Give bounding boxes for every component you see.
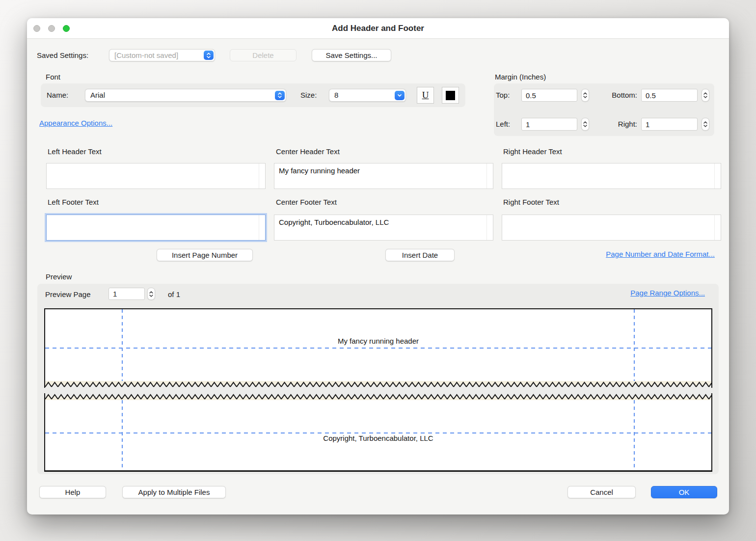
preview-page-field[interactable] bbox=[108, 288, 145, 300]
preview-page-stepper[interactable] bbox=[147, 288, 155, 300]
preview-paper: Copyright, Turboencabulator, LLC bbox=[45, 400, 711, 470]
font-section-label: Font bbox=[46, 73, 60, 81]
scrollbar-track bbox=[714, 163, 721, 189]
font-name-select[interactable]: Arial bbox=[85, 89, 286, 102]
help-button[interactable]: Help bbox=[39, 486, 106, 498]
saved-settings-select[interactable]: [Custom-not saved] bbox=[109, 49, 215, 61]
preview-section-label: Preview bbox=[46, 272, 72, 281]
page-range-options-link[interactable]: Page Range Options... bbox=[630, 289, 705, 297]
center-header-textarea[interactable]: My fancy running header bbox=[274, 163, 493, 189]
preview-header-text: My fancy running header bbox=[45, 337, 711, 345]
torn-edge-icon bbox=[45, 381, 711, 388]
left-footer-textarea[interactable] bbox=[46, 215, 266, 241]
scrollbar-track bbox=[486, 215, 493, 240]
chevron-down-icon bbox=[395, 91, 405, 100]
saved-settings-label: Saved Settings: bbox=[37, 51, 88, 59]
save-settings-button[interactable]: Save Settings... bbox=[312, 49, 391, 61]
margin-top-field[interactable] bbox=[521, 89, 577, 102]
scrollbar-track bbox=[486, 163, 493, 189]
cancel-button[interactable]: Cancel bbox=[567, 486, 636, 498]
right-footer-textarea[interactable] bbox=[502, 215, 721, 241]
apply-multiple-files-button[interactable]: Apply to Multiple Files bbox=[122, 486, 226, 498]
margin-bottom-stepper[interactable] bbox=[702, 89, 709, 102]
center-footer-label: Center Footer Text bbox=[276, 198, 337, 206]
preview-page-label: Preview Page bbox=[45, 290, 91, 298]
preview-paper: My fancy running header bbox=[45, 309, 711, 381]
right-header-textarea[interactable] bbox=[502, 163, 721, 189]
font-name-label: Name: bbox=[47, 91, 68, 99]
right-header-label: Right Header Text bbox=[503, 147, 562, 156]
preview-footer-text: Copyright, Turboencabulator, LLC bbox=[45, 434, 711, 442]
saved-settings-value: [Custom-not saved] bbox=[114, 50, 202, 61]
titlebar: Add Header and Footer bbox=[27, 18, 729, 39]
right-footer-label: Right Footer Text bbox=[503, 198, 559, 206]
center-footer-textarea[interactable]: Copyright, Turboencabulator, LLC bbox=[274, 215, 493, 241]
page-title: Add Header and Footer bbox=[27, 18, 729, 39]
margin-bottom-label: Bottom: bbox=[602, 91, 637, 99]
chevron-updown-icon bbox=[204, 51, 214, 60]
color-swatch-black bbox=[446, 91, 455, 100]
font-name-value: Arial bbox=[90, 89, 273, 101]
font-size-label: Size: bbox=[300, 91, 317, 99]
preview-page-count: of 1 bbox=[168, 290, 180, 298]
left-footer-label: Left Footer Text bbox=[48, 198, 99, 206]
margin-right-label: Right: bbox=[602, 120, 637, 128]
margin-panel: Top: Bottom: Left: Right: bbox=[494, 83, 714, 136]
font-color-button[interactable] bbox=[442, 87, 459, 104]
ok-button[interactable]: OK bbox=[651, 486, 717, 498]
bottom-margin-guide bbox=[45, 433, 711, 433]
font-size-value: 8 bbox=[334, 89, 393, 101]
appearance-options-link[interactable]: Appearance Options... bbox=[39, 119, 112, 127]
margin-bottom-field[interactable] bbox=[641, 89, 698, 102]
margin-left-field[interactable] bbox=[521, 118, 577, 131]
preview-page-bottom: Copyright, Turboencabulator, LLC bbox=[44, 393, 712, 472]
margin-left-label: Left: bbox=[496, 120, 510, 128]
margin-right-field[interactable] bbox=[641, 118, 698, 131]
margin-left-stepper[interactable] bbox=[581, 118, 589, 131]
margin-section-label: Margin (Inches) bbox=[495, 73, 546, 81]
right-margin-guide bbox=[634, 309, 635, 381]
font-size-select[interactable]: 8 bbox=[329, 89, 406, 102]
scrollbar-track bbox=[259, 163, 265, 189]
underline-button[interactable]: U bbox=[417, 87, 434, 104]
delete-button[interactable]: Delete bbox=[230, 49, 297, 61]
scrollbar-track bbox=[714, 215, 721, 240]
page-number-date-format-link[interactable]: Page Number and Date Format... bbox=[606, 250, 715, 258]
add-header-footer-dialog: Add Header and Footer Saved Settings: [C… bbox=[27, 18, 729, 514]
left-header-label: Left Header Text bbox=[48, 147, 102, 156]
torn-edge-icon bbox=[45, 393, 711, 400]
insert-page-number-button[interactable]: Insert Page Number bbox=[157, 249, 253, 261]
margin-top-label: Top: bbox=[496, 91, 510, 99]
font-panel: Name: Arial Size: 8 U bbox=[41, 83, 465, 107]
left-header-textarea[interactable] bbox=[46, 163, 266, 189]
margin-top-stepper[interactable] bbox=[581, 89, 589, 102]
preview-page-top: My fancy running header bbox=[44, 308, 712, 388]
margin-right-stepper[interactable] bbox=[702, 118, 709, 131]
scrollbar-track bbox=[259, 215, 265, 240]
preview-panel: Preview Page of 1 Page Range Options... … bbox=[37, 284, 719, 474]
top-margin-guide bbox=[45, 348, 711, 349]
underline-glyph: U bbox=[422, 90, 429, 101]
insert-date-button[interactable]: Insert Date bbox=[385, 249, 455, 261]
center-header-label: Center Header Text bbox=[276, 147, 340, 156]
left-margin-guide bbox=[122, 309, 123, 381]
chevron-updown-icon bbox=[275, 91, 285, 100]
